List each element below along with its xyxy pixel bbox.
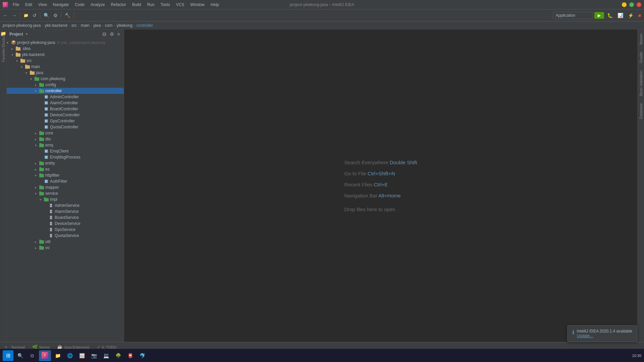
menu-item-code[interactable]: Code: [72, 2, 87, 8]
breadcrumb-item-controller[interactable]: controller: [137, 23, 153, 28]
menu-item-build[interactable]: Build: [129, 2, 144, 8]
toolbar-settings[interactable]: ⚙: [52, 12, 59, 19]
taskbar-start-button[interactable]: ⊞: [3, 350, 13, 361]
tree-item-EmqMsgProcess[interactable]: CEmqMsgProcess: [7, 154, 124, 160]
breadcrumb-item-src[interactable]: src: [71, 23, 77, 28]
tree-item-dto[interactable]: ▸dto: [7, 136, 124, 142]
menu-item-help[interactable]: Help: [208, 2, 222, 8]
tree-item-GpsController[interactable]: CGpsController: [7, 118, 124, 124]
tree-item-QuotaController[interactable]: CQuotaController: [7, 124, 124, 130]
profile-button[interactable]: ⚡: [626, 12, 635, 19]
taskbar-sourcetree[interactable]: 🌳: [113, 350, 123, 361]
tree-item-vo[interactable]: ▸vo: [7, 245, 124, 251]
breadcrumb-item-main[interactable]: main: [81, 23, 90, 28]
panel-dropdown-icon[interactable]: ▾: [26, 32, 28, 36]
tree-item-BoardController[interactable]: CBoardController: [7, 106, 124, 112]
tree-item-AlarmController[interactable]: CAlarmController: [7, 100, 124, 106]
tree-item-idea[interactable]: ▸.idea: [7, 46, 124, 52]
tree-item-service[interactable]: ▾service: [7, 190, 124, 196]
tree-item-com.yikekong[interactable]: ▾com.yikekong: [7, 76, 124, 82]
tree-item-config[interactable]: ▸config: [7, 82, 124, 88]
panel-settings[interactable]: ⚙: [109, 31, 115, 37]
notification-update-link[interactable]: Update...: [577, 334, 632, 338]
taskbar-store[interactable]: 🪟: [76, 350, 87, 361]
tree-item-DeviceController[interactable]: CDeviceController: [7, 112, 124, 118]
tree-item-EmqClient[interactable]: CEmqClient: [7, 148, 124, 154]
taskbar-browser[interactable]: 🌐: [64, 350, 75, 361]
taskbar-terminal[interactable]: 💻: [101, 350, 111, 361]
tree-item-core[interactable]: ▸core: [7, 130, 124, 136]
maximize-button[interactable]: □: [629, 2, 634, 7]
toolbar-build[interactable]: 🔨: [63, 12, 72, 19]
tree-item-entity[interactable]: ▸entity: [7, 160, 124, 166]
breadcrumb-item-yikekong[interactable]: yikekong: [116, 23, 132, 28]
breadcrumb-item-ykk-backend[interactable]: ykk-backend: [45, 23, 67, 28]
maven-panel-icon[interactable]: Maven: [638, 31, 644, 47]
tree-icon-src: [20, 58, 25, 63]
panel-collapse-all[interactable]: ⊟: [101, 31, 107, 37]
tree-icon-mapper: [39, 185, 44, 190]
tree-item-GpsService[interactable]: IGpsService: [7, 227, 124, 233]
tree-arrow-java: ▾: [25, 71, 30, 75]
toolbar-navigate-back[interactable]: ←: [1, 12, 9, 19]
taskbar-photos[interactable]: 📷: [89, 350, 99, 361]
tree-item-src[interactable]: ▾src: [7, 58, 124, 64]
tree-item-QuotaService[interactable]: IQuotaService: [7, 233, 124, 239]
tree-item-emq[interactable]: ▾emq: [7, 142, 124, 148]
toolbar-navigate-forward[interactable]: →: [10, 12, 18, 19]
run-configuration[interactable]: Application: [553, 12, 593, 19]
toolbar-sync[interactable]: ↺: [31, 12, 38, 19]
tree-item-java[interactable]: ▾java: [7, 70, 124, 76]
panel-close[interactable]: ×: [116, 31, 121, 37]
menu-item-tools[interactable]: Tools: [158, 2, 173, 8]
menu-item-view[interactable]: View: [36, 2, 50, 8]
tree-item-main[interactable]: ▾main: [7, 64, 124, 70]
toolbar-project-btn[interactable]: 📁: [22, 12, 30, 19]
taskbar-intellij-app[interactable]: I: [39, 350, 51, 361]
tree-item-AdminService[interactable]: IAdminService: [7, 202, 124, 208]
breadcrumb-item-com[interactable]: com: [105, 23, 113, 28]
tree-item-DeviceService[interactable]: IDeviceService: [7, 221, 124, 227]
gradle-panel-icon[interactable]: Gradle: [638, 49, 644, 66]
tree-item-AlarmService[interactable]: IAlarmService: [7, 208, 124, 215]
favorites-tool-icon[interactable]: Favorites: [1, 52, 6, 58]
menu-item-run[interactable]: Run: [145, 2, 157, 8]
tree-item-httpfilter[interactable]: ▾httpfilter: [7, 172, 124, 178]
breadcrumb-item-java[interactable]: java: [94, 23, 101, 28]
tree-item-impl[interactable]: ▾impl: [7, 196, 124, 202]
tree-item-util[interactable]: ▸util: [7, 239, 124, 245]
tree-item-mapper[interactable]: ▸mapper: [7, 184, 124, 190]
tree-item-es[interactable]: ▸es: [7, 166, 124, 172]
toolbar-search[interactable]: 🔍: [42, 12, 51, 19]
taskbar-task-view[interactable]: ⊙: [27, 350, 38, 361]
structure-tool-icon[interactable]: Structure: [1, 38, 6, 44]
editor-area[interactable]: Search Everywhere Double Shift Go to Fil…: [124, 29, 637, 342]
menu-item-file[interactable]: File: [10, 2, 22, 8]
bean-validation-panel-icon[interactable]: Bean Validation: [638, 68, 644, 99]
close-button[interactable]: ×: [637, 2, 641, 7]
minimize-button[interactable]: −: [622, 2, 627, 7]
taskbar-search-button[interactable]: 🔍: [15, 350, 25, 361]
coverage-button[interactable]: 📊: [616, 12, 625, 19]
tree-item-root[interactable]: ▾📦project-yikekong-javaE:\ykk_code\proje…: [7, 40, 124, 46]
tree-item-AdminController[interactable]: CAdminController: [7, 94, 124, 100]
tree-item-BoardService[interactable]: IBoardService: [7, 215, 124, 221]
tree-item-controller[interactable]: ▾controller: [7, 88, 124, 94]
menu-item-vcs[interactable]: VCS: [173, 2, 187, 8]
tree-label-httpfilter: httpfilter: [45, 173, 60, 178]
tree-item-AuthFilter[interactable]: CAuthFilter: [7, 178, 124, 184]
taskbar-postman[interactable]: 📮: [125, 350, 136, 361]
debug-button[interactable]: 🐛: [605, 12, 614, 19]
tree-item-ykk-backend[interactable]: ▾ykk-backend: [7, 52, 124, 58]
menu-item-refactor[interactable]: Refactor: [108, 2, 129, 8]
menu-item-analyze[interactable]: Analyze: [88, 2, 108, 8]
taskbar-file-explorer[interactable]: 📁: [52, 350, 63, 361]
menu-item-window[interactable]: Window: [187, 2, 207, 8]
run-button[interactable]: ▶: [594, 12, 604, 19]
taskbar-navicat[interactable]: 🐬: [137, 350, 148, 361]
database-panel-icon[interactable]: Database: [638, 101, 644, 122]
breadcrumb-item-project-yikekong-java[interactable]: project-yikekong-java: [3, 23, 41, 28]
menu-item-navigate[interactable]: Navigate: [50, 2, 71, 8]
menu-item-edit[interactable]: Edit: [22, 2, 35, 8]
stop-button[interactable]: ■: [637, 12, 643, 19]
